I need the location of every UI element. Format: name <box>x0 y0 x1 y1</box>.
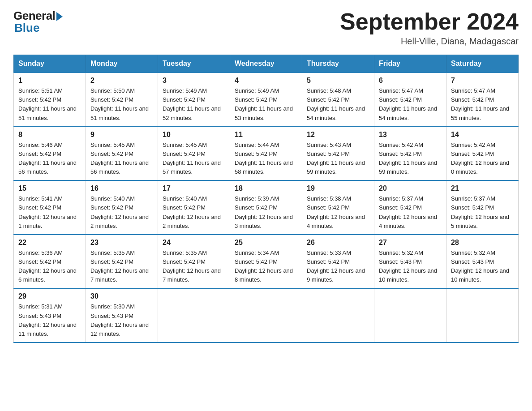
calendar-cell: 15 Sunrise: 5:41 AM Sunset: 5:42 PM Dayl… <box>14 180 86 235</box>
day-number: 9 <box>90 131 153 139</box>
day-number: 7 <box>451 77 514 85</box>
day-number: 6 <box>379 77 442 85</box>
calendar-cell: 2 Sunrise: 5:50 AM Sunset: 5:42 PM Dayli… <box>86 73 158 127</box>
day-info: Sunrise: 5:44 AM Sunset: 5:42 PM Dayligh… <box>235 141 297 177</box>
calendar-cell: 25 Sunrise: 5:34 AM Sunset: 5:42 PM Dayl… <box>230 235 302 289</box>
day-number: 29 <box>18 292 81 300</box>
calendar-cell: 23 Sunrise: 5:35 AM Sunset: 5:42 PM Dayl… <box>86 235 158 289</box>
calendar-cell: 3 Sunrise: 5:49 AM Sunset: 5:42 PM Dayli… <box>158 73 230 127</box>
col-header-sunday: Sunday <box>14 55 86 73</box>
day-number: 26 <box>307 239 369 247</box>
day-number: 21 <box>451 184 514 193</box>
calendar-cell: 16 Sunrise: 5:40 AM Sunset: 5:42 PM Dayl… <box>86 180 158 235</box>
day-info: Sunrise: 5:42 AM Sunset: 5:42 PM Dayligh… <box>379 141 442 177</box>
calendar-header-row: SundayMondayTuesdayWednesdayThursdayFrid… <box>14 55 519 73</box>
calendar-week-row: 29 Sunrise: 5:31 AM Sunset: 5:43 PM Dayl… <box>14 288 519 342</box>
day-info: Sunrise: 5:50 AM Sunset: 5:42 PM Dayligh… <box>90 86 153 123</box>
day-info: Sunrise: 5:43 AM Sunset: 5:42 PM Dayligh… <box>307 141 369 177</box>
calendar-table: SundayMondayTuesdayWednesdayThursdayFrid… <box>13 55 519 343</box>
day-info: Sunrise: 5:32 AM Sunset: 5:43 PM Dayligh… <box>451 248 514 285</box>
day-info: Sunrise: 5:38 AM Sunset: 5:42 PM Dayligh… <box>307 194 369 231</box>
day-number: 10 <box>163 131 225 139</box>
day-number: 14 <box>451 131 514 139</box>
day-info: Sunrise: 5:45 AM Sunset: 5:42 PM Dayligh… <box>90 141 153 177</box>
calendar-cell: 4 Sunrise: 5:49 AM Sunset: 5:42 PM Dayli… <box>230 73 302 127</box>
calendar-cell: 18 Sunrise: 5:39 AM Sunset: 5:42 PM Dayl… <box>230 180 302 235</box>
day-number: 27 <box>379 239 442 247</box>
calendar-cell: 29 Sunrise: 5:31 AM Sunset: 5:43 PM Dayl… <box>14 288 86 342</box>
day-info: Sunrise: 5:36 AM Sunset: 5:42 PM Dayligh… <box>18 248 81 285</box>
calendar-week-row: 1 Sunrise: 5:51 AM Sunset: 5:42 PM Dayli… <box>14 73 519 127</box>
day-info: Sunrise: 5:47 AM Sunset: 5:42 PM Dayligh… <box>451 86 514 123</box>
calendar-cell: 1 Sunrise: 5:51 AM Sunset: 5:42 PM Dayli… <box>14 73 86 127</box>
day-number: 18 <box>235 184 297 193</box>
logo: General Blue <box>13 9 63 35</box>
day-number: 28 <box>451 239 514 247</box>
calendar-cell: 5 Sunrise: 5:48 AM Sunset: 5:42 PM Dayli… <box>302 73 374 127</box>
day-info: Sunrise: 5:45 AM Sunset: 5:42 PM Dayligh… <box>163 141 225 177</box>
calendar-cell: 27 Sunrise: 5:32 AM Sunset: 5:43 PM Dayl… <box>374 235 446 289</box>
day-number: 15 <box>18 184 81 193</box>
col-header-monday: Monday <box>86 55 158 73</box>
day-number: 11 <box>235 131 297 139</box>
day-info: Sunrise: 5:30 AM Sunset: 5:43 PM Dayligh… <box>90 302 153 338</box>
calendar-cell: 14 Sunrise: 5:42 AM Sunset: 5:42 PM Dayl… <box>446 127 519 181</box>
col-header-thursday: Thursday <box>302 55 374 73</box>
day-number: 25 <box>235 239 297 247</box>
logo-arrow-icon <box>56 12 63 21</box>
day-number: 23 <box>90 239 153 247</box>
calendar-week-row: 8 Sunrise: 5:46 AM Sunset: 5:42 PM Dayli… <box>14 127 519 181</box>
day-number: 24 <box>163 239 225 247</box>
title-block: September 2024 Hell-Ville, Diana, Madaga… <box>340 9 519 47</box>
calendar-cell: 28 Sunrise: 5:32 AM Sunset: 5:43 PM Dayl… <box>446 235 519 289</box>
calendar-cell <box>158 288 230 342</box>
day-info: Sunrise: 5:33 AM Sunset: 5:42 PM Dayligh… <box>307 248 369 285</box>
col-header-friday: Friday <box>374 55 446 73</box>
day-number: 17 <box>163 184 225 193</box>
day-number: 8 <box>18 131 81 139</box>
day-number: 2 <box>90 77 153 85</box>
day-info: Sunrise: 5:35 AM Sunset: 5:42 PM Dayligh… <box>163 248 225 285</box>
day-info: Sunrise: 5:39 AM Sunset: 5:42 PM Dayligh… <box>235 194 297 231</box>
day-number: 1 <box>18 77 81 85</box>
calendar-cell <box>302 288 374 342</box>
page-header: General Blue September 2024 Hell-Ville, … <box>13 9 519 47</box>
calendar-cell: 8 Sunrise: 5:46 AM Sunset: 5:42 PM Dayli… <box>14 127 86 181</box>
col-header-wednesday: Wednesday <box>230 55 302 73</box>
day-info: Sunrise: 5:34 AM Sunset: 5:42 PM Dayligh… <box>235 248 297 285</box>
calendar-cell: 20 Sunrise: 5:37 AM Sunset: 5:42 PM Dayl… <box>374 180 446 235</box>
day-number: 13 <box>379 131 442 139</box>
calendar-cell: 22 Sunrise: 5:36 AM Sunset: 5:42 PM Dayl… <box>14 235 86 289</box>
calendar-cell <box>374 288 446 342</box>
day-info: Sunrise: 5:47 AM Sunset: 5:42 PM Dayligh… <box>379 86 442 123</box>
calendar-cell: 30 Sunrise: 5:30 AM Sunset: 5:43 PM Dayl… <box>86 288 158 342</box>
calendar-title: September 2024 <box>340 9 519 34</box>
day-info: Sunrise: 5:49 AM Sunset: 5:42 PM Dayligh… <box>163 86 225 123</box>
calendar-cell: 26 Sunrise: 5:33 AM Sunset: 5:42 PM Dayl… <box>302 235 374 289</box>
day-number: 20 <box>379 184 442 193</box>
calendar-location: Hell-Ville, Diana, Madagascar <box>340 36 519 47</box>
col-header-tuesday: Tuesday <box>158 55 230 73</box>
day-number: 22 <box>18 239 81 247</box>
calendar-week-row: 15 Sunrise: 5:41 AM Sunset: 5:42 PM Dayl… <box>14 180 519 235</box>
day-info: Sunrise: 5:35 AM Sunset: 5:42 PM Dayligh… <box>90 248 153 285</box>
calendar-cell: 11 Sunrise: 5:44 AM Sunset: 5:42 PM Dayl… <box>230 127 302 181</box>
day-info: Sunrise: 5:31 AM Sunset: 5:43 PM Dayligh… <box>18 302 81 338</box>
calendar-cell: 12 Sunrise: 5:43 AM Sunset: 5:42 PM Dayl… <box>302 127 374 181</box>
day-info: Sunrise: 5:37 AM Sunset: 5:42 PM Dayligh… <box>451 194 514 231</box>
day-info: Sunrise: 5:49 AM Sunset: 5:42 PM Dayligh… <box>235 86 297 123</box>
calendar-cell: 13 Sunrise: 5:42 AM Sunset: 5:42 PM Dayl… <box>374 127 446 181</box>
calendar-cell: 21 Sunrise: 5:37 AM Sunset: 5:42 PM Dayl… <box>446 180 519 235</box>
calendar-cell: 10 Sunrise: 5:45 AM Sunset: 5:42 PM Dayl… <box>158 127 230 181</box>
calendar-cell <box>230 288 302 342</box>
calendar-week-row: 22 Sunrise: 5:36 AM Sunset: 5:42 PM Dayl… <box>14 235 519 289</box>
day-number: 16 <box>90 184 153 193</box>
day-info: Sunrise: 5:51 AM Sunset: 5:42 PM Dayligh… <box>18 86 81 123</box>
day-info: Sunrise: 5:40 AM Sunset: 5:42 PM Dayligh… <box>90 194 153 231</box>
day-info: Sunrise: 5:41 AM Sunset: 5:42 PM Dayligh… <box>18 194 81 231</box>
calendar-cell: 9 Sunrise: 5:45 AM Sunset: 5:42 PM Dayli… <box>86 127 158 181</box>
day-info: Sunrise: 5:37 AM Sunset: 5:42 PM Dayligh… <box>379 194 442 231</box>
day-number: 5 <box>307 77 369 85</box>
day-number: 19 <box>307 184 369 193</box>
day-info: Sunrise: 5:46 AM Sunset: 5:42 PM Dayligh… <box>18 141 81 177</box>
